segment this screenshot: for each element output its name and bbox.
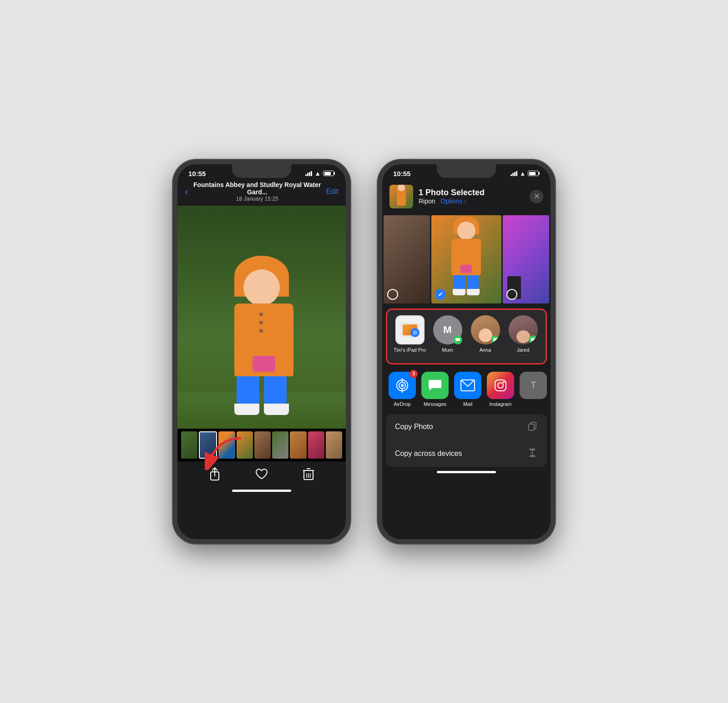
home-indicator-left (232, 490, 291, 492)
copy-across-label: Copy across devices (395, 450, 462, 458)
photo-date: 18 January 15:25 (192, 196, 322, 202)
trash-button[interactable] (301, 467, 316, 481)
contact-ipad[interactable]: Tim's iPad Pro (394, 315, 426, 358)
grid-photo-3[interactable] (503, 215, 549, 303)
select-circle-2[interactable]: ✓ (435, 289, 446, 300)
contact-jared[interactable]: Jared ····· (507, 315, 540, 358)
contact-name-jared: Jared (517, 347, 530, 353)
ipad-avatar[interactable] (395, 315, 425, 344)
back-button[interactable]: ‹ (185, 185, 188, 198)
share-thumbnail (389, 185, 413, 208)
app-icons-row: 3 AirDrop Messages (382, 368, 551, 410)
time-right: 10:55 (393, 170, 410, 177)
battery-icon-right (528, 171, 540, 176)
child-head (243, 269, 280, 306)
film-thumb-2[interactable] (199, 431, 217, 459)
app-airdrop[interactable]: 3 AirDrop (388, 372, 417, 407)
messages-label: Messages (424, 401, 446, 407)
film-thumb-8[interactable] (308, 431, 324, 459)
child-boot-left (234, 404, 259, 415)
child-leg-left (237, 376, 259, 404)
svg-point-19 (503, 381, 505, 383)
messages-app-icon[interactable] (421, 372, 449, 399)
film-thumb-1[interactable] (181, 431, 197, 459)
film-thumb-7[interactable] (290, 431, 306, 459)
film-thumb-4[interactable] (237, 431, 253, 459)
film-thumb-5[interactable] (254, 431, 271, 459)
contact-name-mum: Mum (442, 347, 453, 353)
child-boot-right (264, 404, 289, 415)
child-pocket (253, 356, 275, 372)
grid-photo-2[interactable]: ✓ (431, 215, 501, 303)
signal-icon (305, 171, 312, 176)
signal-icon-right (511, 171, 517, 176)
status-bar-right: 10:55 ▲ (382, 164, 551, 179)
contact-anna[interactable]: Anna (469, 315, 502, 358)
contact-mum[interactable]: M Mum (431, 315, 464, 358)
copy-photo-label: Copy Photo (395, 423, 433, 431)
status-icons-left: ▲ (305, 170, 335, 177)
close-button[interactable]: ✕ (530, 190, 543, 203)
app-instagram[interactable]: Instagram (486, 372, 515, 407)
anna-message-badge (491, 335, 500, 344)
contact-name-ipad: Tim's iPad Pro (394, 347, 426, 353)
right-phone: 10:55 ▲ 1 Photo Selec (378, 160, 555, 544)
svg-point-18 (498, 383, 503, 388)
copy-photo-row[interactable]: Copy Photo (386, 414, 547, 440)
anna-avatar[interactable] (471, 315, 500, 344)
svg-point-10 (414, 332, 415, 333)
mum-message-badge (453, 335, 462, 344)
film-thumb-6[interactable] (272, 431, 288, 459)
action-rows: Copy Photo Copy across devices (386, 414, 547, 467)
app-messages[interactable]: Messages (420, 372, 450, 407)
status-bar-left: 10:55 ▲ (177, 164, 346, 179)
battery-icon (323, 171, 335, 176)
grid-photo-1[interactable] (384, 215, 430, 303)
child-boots (234, 404, 289, 415)
signal-bar-1 (305, 174, 307, 176)
svg-rect-21 (529, 424, 534, 430)
photo-title: Fountains Abbey and Studley Royal Water … (192, 181, 322, 196)
signal-bar-3 (309, 172, 310, 176)
child-figure (225, 269, 298, 415)
heart-button[interactable] (254, 467, 269, 481)
time-left: 10:55 (188, 170, 206, 177)
nav-title: Fountains Abbey and Studley Royal Water … (192, 181, 322, 202)
film-thumb-9[interactable] (326, 431, 342, 459)
photo-grid[interactable]: ✓ (382, 214, 551, 305)
app-more[interactable]: T (519, 372, 548, 407)
mail-app-icon[interactable] (454, 372, 481, 399)
airdrop-app-icon[interactable]: 3 (389, 372, 416, 399)
airdrop-badge (410, 328, 420, 337)
share-header: 1 Photo Selected Ripon Options › ✕ (382, 179, 551, 214)
copy-across-row[interactable]: Copy across devices (386, 441, 547, 467)
more-app-icon[interactable]: T (520, 372, 547, 399)
share-button[interactable] (207, 467, 222, 481)
nav-bar-left: ‹ Fountains Abbey and Studley Royal Wate… (177, 179, 346, 206)
select-circle-3[interactable] (506, 289, 517, 300)
select-circle-1[interactable] (387, 289, 398, 300)
share-info: 1 Photo Selected Ripon Options › (419, 188, 524, 205)
share-title: 1 Photo Selected (419, 188, 524, 197)
checkmark: ✓ (438, 291, 443, 298)
location-name: Ripon (419, 197, 435, 205)
home-indicator-right (437, 471, 496, 473)
jared-avatar[interactable] (509, 315, 538, 344)
contact-name-anna: Anna (480, 347, 491, 353)
share-location: Ripon Options › (419, 197, 524, 205)
airdrop-section: Tim's iPad Pro M Mum (386, 309, 547, 364)
edit-button[interactable]: Edit (326, 187, 339, 196)
bottom-toolbar (177, 461, 346, 487)
main-photo (177, 206, 346, 429)
left-phone: 10:55 ▲ ‹ Fountains Abbey and Studley Ro… (173, 160, 350, 544)
wifi-icon-right: ▲ (520, 170, 526, 177)
options-button[interactable]: Options › (440, 197, 466, 205)
film-thumb-3[interactable] (218, 431, 235, 459)
copy-across-icon (527, 447, 538, 460)
copy-photo-icon (527, 420, 538, 434)
film-strip[interactable] (177, 429, 346, 461)
child-body (234, 303, 293, 376)
instagram-app-icon[interactable] (487, 372, 514, 399)
app-mail[interactable]: Mail (453, 372, 482, 407)
mum-avatar[interactable]: M (433, 315, 462, 344)
